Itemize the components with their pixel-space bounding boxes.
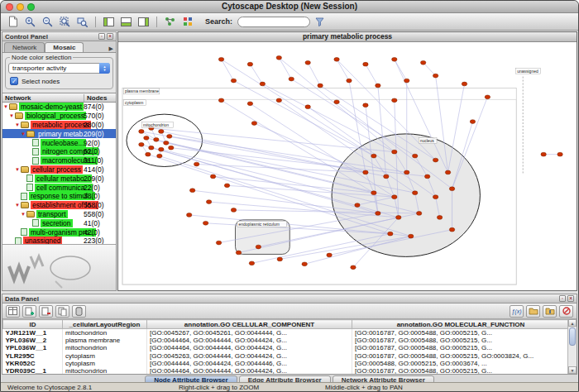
zoom-in-icon[interactable] <box>22 15 38 29</box>
network-node[interactable] <box>218 98 223 103</box>
network-node[interactable] <box>462 82 467 86</box>
select-attributes-icon[interactable] <box>6 305 20 318</box>
import-attributes-icon[interactable] <box>526 305 540 318</box>
cell-region[interactable]: cytoplasm <box>63 360 147 367</box>
network-node[interactable] <box>149 146 154 150</box>
network-node[interactable] <box>169 146 174 150</box>
table-row[interactable]: YPL036W__2plasma membrane[GO:0044464, GO… <box>3 337 570 344</box>
tree-header-network[interactable]: Network <box>2 94 84 102</box>
network-node[interactable] <box>194 162 199 166</box>
network-node[interactable] <box>347 79 352 83</box>
network-node[interactable] <box>218 57 223 61</box>
tree-row[interactable]: nitrogen compo...62(0) <box>2 147 116 156</box>
tree-row[interactable]: ▼primary metab...209(0) <box>2 129 116 138</box>
network-node[interactable] <box>355 203 360 208</box>
network-node[interactable] <box>206 200 211 204</box>
cell-cc[interactable]: [GO:0044444, GO:0044424, GO:0044446, G..… <box>147 360 352 367</box>
tree-row[interactable]: response to stimul...38(0) <box>2 192 116 201</box>
network-node[interactable] <box>376 212 380 216</box>
network-node[interactable] <box>289 77 294 81</box>
column-header-mf[interactable]: annotation.GO MOLECULAR_FUNCTION <box>352 320 570 329</box>
trash-icon[interactable] <box>72 305 86 318</box>
network-node[interactable] <box>139 142 144 146</box>
tree-row[interactable]: cell communica...22(0) <box>2 183 116 192</box>
tree-row[interactable]: nucleobase...92(0) <box>2 138 116 147</box>
cell-mf[interactable]: [GO:0016787, GO:0005488, GO:0005215, G..… <box>352 367 570 374</box>
network-node[interactable] <box>392 98 397 103</box>
clear-icon[interactable] <box>559 305 573 318</box>
network-node[interactable] <box>371 154 376 158</box>
table-row[interactable]: YKR052Ccytoplasm[GO:0044444, GO:0044424,… <box>3 360 570 367</box>
tree-row[interactable]: secretion41(0) <box>2 218 116 227</box>
network-node[interactable] <box>376 84 380 88</box>
network-node[interactable] <box>231 79 236 83</box>
network-node[interactable] <box>276 98 281 103</box>
network-node[interactable] <box>154 137 159 141</box>
network-node[interactable] <box>420 60 425 65</box>
close-panel-icon[interactable]: × <box>567 295 574 302</box>
network-node[interactable] <box>485 95 490 99</box>
panel-left-icon[interactable] <box>101 15 117 29</box>
cell-region[interactable]: cytoplasm <box>63 352 147 360</box>
network-node[interactable] <box>413 191 418 195</box>
network-node[interactable] <box>541 152 546 156</box>
network-node[interactable] <box>363 62 368 66</box>
column-header-region[interactable]: _cellularLayoutRegion <box>63 320 147 329</box>
expand-arrow-icon[interactable]: ▼ <box>20 212 26 217</box>
network-node[interactable] <box>277 257 282 261</box>
network-node[interactable] <box>557 152 562 156</box>
network-node[interactable] <box>302 262 307 266</box>
cell-cc[interactable]: [GO:0044464, GO:0044444, GO:0044424, G..… <box>147 344 352 351</box>
network-node[interactable] <box>164 141 169 145</box>
color-attribute-dropdown[interactable]: transporter activity ▲▼ <box>8 63 110 74</box>
network-node[interactable] <box>189 189 194 193</box>
network-node[interactable] <box>396 216 401 220</box>
tree-row[interactable]: macromolecule...311(0) <box>2 156 116 165</box>
column-header-cc[interactable]: annotation.GO CELLULAR_COMPONENT <box>147 320 352 329</box>
cell-mf[interactable]: [GO:0005488, GO:0005215, GO:0003674, ... <box>352 360 570 367</box>
network-node[interactable] <box>247 102 252 106</box>
table-row[interactable]: YJR121W__1mitochondrion[GO:0045267, GO:0… <box>3 329 570 337</box>
network-node[interactable] <box>392 150 397 154</box>
zoom-region-icon[interactable] <box>74 15 90 29</box>
network-node[interactable] <box>327 253 332 257</box>
network-node[interactable] <box>167 134 172 138</box>
network-node[interactable] <box>216 241 221 245</box>
network-node[interactable] <box>146 152 151 156</box>
tree-row[interactable]: cellular metabo...209(0) <box>2 174 116 183</box>
network-node[interactable] <box>433 158 438 162</box>
tree-row[interactable]: ▼cellular process414(0) <box>2 165 116 174</box>
expand-arrow-icon[interactable]: ▼ <box>14 167 21 172</box>
expand-arrow-icon[interactable]: ▼ <box>20 131 26 136</box>
tree-row[interactable]: ▼biological_process570(0) <box>2 112 116 121</box>
cell-id[interactable]: YJR121W__1 <box>3 329 63 337</box>
tree-row[interactable]: ▼transport558(0) <box>2 210 116 219</box>
new-attribute-icon[interactable] <box>22 305 36 318</box>
network-node[interactable] <box>437 216 442 220</box>
network-node[interactable] <box>334 57 339 61</box>
column-header-id[interactable]: ID <box>3 320 63 329</box>
network-node[interactable] <box>416 212 421 216</box>
tree-row[interactable]: ▼metabolic process280(0) <box>2 121 116 130</box>
cell-id[interactable]: YDR039C__1 <box>3 367 63 374</box>
float-panel-icon[interactable]: ◦ <box>559 295 566 302</box>
scroll-up-icon[interactable]: ▲ <box>568 319 577 327</box>
filter-icon[interactable] <box>312 15 328 29</box>
network-node[interactable] <box>334 100 339 104</box>
overview-thumbnail[interactable] <box>2 244 116 290</box>
network-node[interactable] <box>139 130 144 134</box>
network-node[interactable] <box>318 84 323 88</box>
cell-region[interactable]: plasma membrane <box>63 337 147 344</box>
tab-mosaic[interactable]: Mosaic <box>45 42 84 52</box>
network-node[interactable] <box>249 261 254 265</box>
cell-id[interactable]: YPL036W__1 <box>3 344 63 351</box>
network-node[interactable] <box>144 136 149 140</box>
network-node[interactable] <box>363 103 368 108</box>
cell-region[interactable]: mitochondrion <box>63 367 147 374</box>
cell-mf[interactable]: [GO:0016787, GO:0005488, GO:0005215, GO:… <box>352 352 570 360</box>
table-row[interactable]: YDR039C__1mitochondrion[GO:0044464, GO:0… <box>3 367 570 374</box>
cell-id[interactable]: YKR052C <box>3 360 63 367</box>
network-node[interactable] <box>433 74 438 78</box>
network-node[interactable] <box>247 62 252 66</box>
cell-region[interactable]: mitochondrion <box>63 329 147 337</box>
